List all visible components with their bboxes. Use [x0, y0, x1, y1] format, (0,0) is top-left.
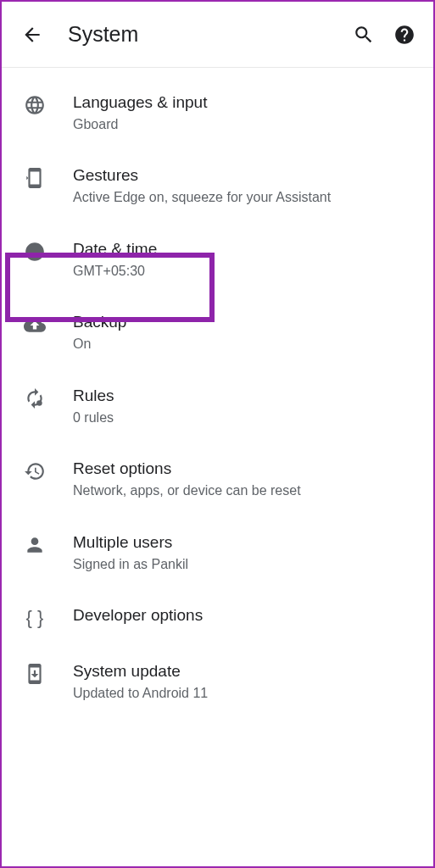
item-text: Reset options Network, apps, or device c…: [73, 459, 418, 499]
globe-icon: [17, 94, 53, 116]
search-button[interactable]: [352, 23, 376, 47]
item-title: Developer options: [73, 605, 418, 626]
item-rules[interactable]: Rules 0 rules: [2, 370, 433, 442]
item-subtitle: On: [73, 336, 418, 353]
item-developer[interactable]: { } Developer options: [2, 589, 433, 645]
search-icon: [353, 24, 375, 46]
item-gestures[interactable]: Gestures Active Edge on, squeeze for you…: [2, 149, 433, 222]
help-icon: [393, 24, 415, 46]
item-reset[interactable]: Reset options Network, apps, or device c…: [2, 442, 433, 515]
item-text: Backup On: [73, 312, 418, 353]
item-subtitle: Active Edge on, squeeze for your Assista…: [73, 189, 418, 207]
clock-icon: [17, 241, 53, 263]
back-button[interactable]: [19, 21, 46, 48]
item-title: Backup: [73, 312, 418, 333]
item-text: Multiple users Signed in as Pankil: [73, 532, 418, 573]
item-title: Gestures: [73, 165, 418, 186]
item-text: System update Updated to Android 11: [73, 661, 418, 702]
update-icon: [17, 663, 53, 685]
item-update[interactable]: System update Updated to Android 11: [2, 645, 433, 718]
settings-list: Languages & input Gboard Gestures Active…: [2, 68, 433, 719]
braces-icon: { }: [17, 607, 53, 629]
item-users[interactable]: Multiple users Signed in as Pankil: [2, 516, 433, 589]
item-datetime[interactable]: Date & time GMT+05:30: [2, 223, 433, 296]
svg-point-0: [36, 400, 42, 406]
item-subtitle: Signed in as Pankil: [73, 556, 418, 574]
arrow-back-icon: [21, 24, 43, 46]
item-title: Multiple users: [73, 532, 418, 554]
item-title: Rules: [73, 386, 418, 407]
gesture-icon: [17, 167, 53, 189]
backup-icon: [17, 314, 53, 336]
rules-icon: [17, 387, 53, 409]
item-subtitle: Network, apps, or device can be reset: [73, 482, 418, 500]
item-text: Gestures Active Edge on, squeeze for you…: [73, 165, 418, 206]
item-subtitle: 0 rules: [73, 409, 418, 427]
item-title: Date & time: [73, 239, 418, 260]
item-title: Reset options: [73, 459, 418, 480]
app-header: System: [2, 2, 433, 68]
item-subtitle: Updated to Android 11: [73, 685, 418, 703]
item-languages[interactable]: Languages & input Gboard: [2, 76, 433, 149]
item-text: Developer options: [73, 605, 418, 626]
item-subtitle: GMT+05:30: [73, 263, 418, 281]
help-button[interactable]: [393, 23, 416, 47]
item-text: Date & time GMT+05:30: [73, 239, 418, 280]
item-backup[interactable]: Backup On: [2, 296, 433, 369]
item-subtitle: Gboard: [73, 116, 418, 134]
item-text: Rules 0 rules: [73, 386, 418, 426]
item-text: Languages & input Gboard: [73, 92, 418, 133]
reset-icon: [17, 460, 53, 482]
item-title: Languages & input: [73, 92, 418, 114]
header-actions: [352, 23, 416, 47]
person-icon: [17, 534, 53, 556]
page-title: System: [68, 22, 352, 47]
item-title: System update: [73, 661, 418, 682]
